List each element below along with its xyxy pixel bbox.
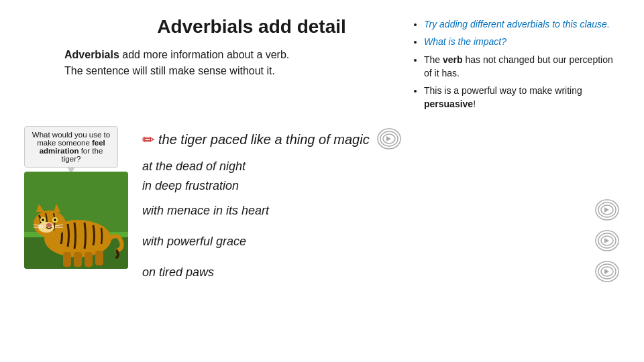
svg-point-7 [42,219,44,221]
bullet-1-text: Try adding different adverbials to this … [424,19,610,29]
adverbial-row-1: at the dead of night [142,160,620,174]
svg-rect-17 [85,252,93,267]
bullet-2: What is the impact? [424,35,620,48]
sound-icon-3[interactable] [594,198,620,224]
description: Adverbials add more information about a … [64,47,398,79]
adverbial-row-3: with menace in its heart [142,198,620,224]
title-row: Adverbials add detail Adverbials add mor… [24,16,620,115]
bullet-2-text: What is the impact? [424,36,506,47]
description-line1: Adverbials add more information about a … [64,47,398,63]
sound-icon-4[interactable] [594,229,620,255]
bullet-list: Try adding different adverbials to this … [412,17,620,111]
svg-rect-18 [95,251,103,265]
main-clause-row: ✏ the tiger paced like a thing of magic [142,127,620,153]
right-panel: Try adding different adverbials to this … [412,17,620,115]
adverbial-text-2: in deep frustration [142,179,239,193]
verb-bold: verb [443,54,463,65]
main-content: What would you use to make someone feel … [24,126,620,286]
callout-bold-feel: feel [92,139,105,147]
main-clause-sound-icon[interactable] [376,127,402,153]
adverbial-text-3: with menace in its heart [142,204,269,218]
description-line2: The sentence will still make sense witho… [64,63,398,79]
desc-rest1: add more information about a verb. [119,49,289,60]
callout-bold-admiration: admiration [40,147,79,155]
persuasive-bold: persuasive [424,99,473,109]
bullet-1: Try adding different adverbials to this … [424,17,620,31]
svg-rect-15 [63,252,71,267]
adverbials-with-sounds: at the dead of night in deep frustration… [142,160,620,286]
svg-point-10 [46,223,52,227]
svg-rect-16 [74,252,82,267]
svg-marker-26 [386,136,391,141]
bullet-4: This is a powerful way to make writing p… [424,84,620,111]
tiger-image [24,172,128,269]
adverbials-bold: Adverbials [64,49,119,60]
sound-icon-5[interactable] [594,260,620,286]
page-title: Adverbials add detail [64,16,398,38]
slide: Adverbials add detail Adverbials add mor… [0,0,644,362]
svg-marker-30 [604,207,609,213]
svg-marker-38 [604,269,609,274]
bullet-4-text: This is a powerful way to make writing p… [424,85,582,109]
adverbial-row-2: in deep frustration [142,179,620,193]
adverbial-text-5: on tired paws [142,265,214,280]
bullet-3: The verb has not changed but our percept… [424,53,620,80]
adverbial-text-4: with powerful grace [142,235,246,249]
bullet-3-text: The verb has not changed but our percept… [424,54,613,78]
tiger-callout: What would you use to make someone feel … [24,126,118,168]
pencil-icon: ✏ [142,131,154,149]
tiger-section: What would you use to make someone feel … [24,126,131,286]
adverbial-row-5: on tired paws [142,260,620,286]
tiger-svg [24,172,128,269]
adverbial-text-1: at the dead of night [142,160,246,174]
adverbials-list: at the dead of night in deep frustration… [142,160,620,286]
adverbial-row-4: with powerful grace [142,229,620,255]
main-clause-text: the tiger paced like a thing of magic [158,132,370,147]
svg-marker-34 [604,238,609,243]
svg-point-9 [54,219,56,221]
adverbials-section: ✏ the tiger paced like a thing of magic [142,126,620,286]
